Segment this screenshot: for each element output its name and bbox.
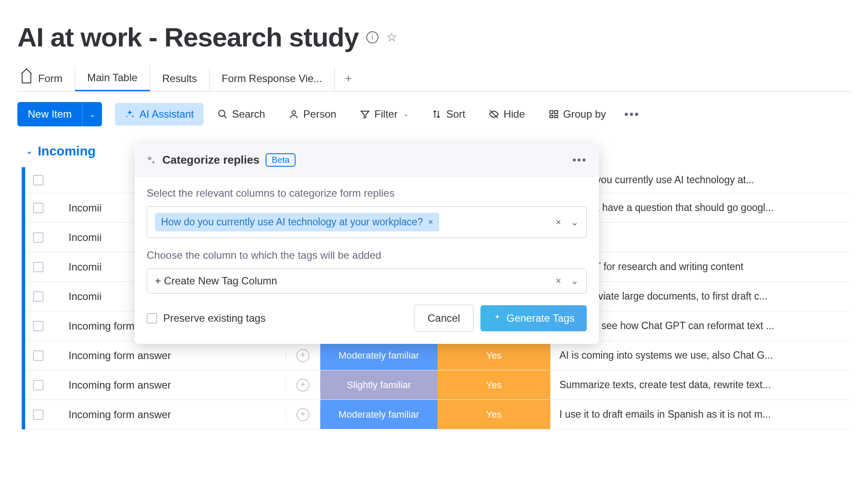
beta-badge: Beta	[266, 153, 296, 167]
new-item-dropdown[interactable]: ⌄	[82, 102, 102, 126]
hide-button[interactable]: Hide	[479, 103, 534, 125]
new-item-button[interactable]: New Item	[17, 102, 82, 126]
group-name: Incoming	[38, 144, 95, 158]
chevron-down-icon[interactable]: ⌄	[571, 275, 579, 287]
group-by-button[interactable]: Group by	[539, 103, 616, 125]
familiarity-cell[interactable]: Slightly familiar	[320, 370, 437, 399]
popover-title: Categorize replies	[162, 153, 260, 167]
svg-rect-6	[550, 115, 553, 118]
popover-more-button[interactable]: •••	[572, 153, 587, 167]
home-icon	[22, 74, 31, 83]
sparkle-icon	[147, 155, 156, 165]
tabs: Form Main Table Results Form Response Vi…	[17, 66, 851, 92]
row-checkbox[interactable]	[33, 232, 43, 243]
columns-select[interactable]: How do you currently use AI technology a…	[147, 206, 587, 238]
svg-point-0	[219, 110, 225, 116]
sparkle-icon	[493, 313, 502, 323]
svg-rect-5	[555, 111, 558, 114]
tab-form-response[interactable]: Form Response Vie...	[210, 66, 335, 91]
svg-line-1	[224, 115, 227, 118]
sparkle-icon	[125, 109, 135, 119]
row-checkbox[interactable]	[33, 380, 43, 390]
filter-button[interactable]: Filter⌄	[350, 103, 418, 125]
cancel-button[interactable]: Cancel	[414, 305, 473, 332]
tab-results[interactable]: Results	[150, 66, 210, 91]
row-checkbox[interactable]	[33, 203, 43, 213]
familiarity-cell[interactable]: Moderately familiar	[320, 341, 437, 370]
search-button[interactable]: Search	[208, 103, 275, 125]
response-text[interactable]: AI is coming into systems we use, also C…	[550, 350, 851, 361]
page-title: AI at work - Research study	[17, 22, 358, 53]
yesno-cell[interactable]: Yes	[437, 370, 550, 399]
response-text[interactable]: Summarize texts, create test data, rewri…	[550, 379, 851, 391]
target-column-label: Choose the column to which the tags will…	[147, 249, 587, 261]
tab-main-table[interactable]: Main Table	[75, 66, 150, 91]
svg-rect-7	[555, 115, 558, 118]
yesno-cell[interactable]: Yes	[437, 400, 550, 429]
row-name[interactable]: Incoming form answer	[51, 409, 286, 421]
selected-column-chip: How do you currently use AI technology a…	[155, 213, 439, 231]
person-icon	[289, 109, 299, 119]
clear-select-icon[interactable]: ×	[556, 217, 561, 228]
more-options-button[interactable]: •••	[620, 107, 644, 121]
filter-icon	[360, 109, 370, 119]
yesno-cell[interactable]: Yes	[437, 341, 550, 370]
row-name[interactable]: Incoming form answer	[51, 350, 286, 362]
familiarity-cell[interactable]: Moderately familiar	[320, 400, 437, 429]
chevron-down-icon[interactable]: ⌄	[571, 217, 579, 228]
sort-icon	[431, 109, 442, 119]
row-checkbox[interactable]	[33, 409, 43, 420]
tab-form[interactable]: Form	[17, 66, 75, 91]
chat-icon[interactable]	[296, 408, 309, 421]
person-button[interactable]: Person	[279, 103, 346, 125]
favorite-icon[interactable]: ☆	[386, 30, 397, 44]
response-text[interactable]: I use it to draft emails in Spanish as i…	[550, 409, 851, 420]
search-icon	[217, 109, 228, 119]
toolbar: New Item ⌄ AI Assistant Search Person Fi…	[17, 102, 851, 126]
svg-rect-4	[550, 111, 553, 114]
table-row[interactable]: Incoming form answerModerately familiarY…	[25, 341, 851, 370]
sort-button[interactable]: Sort	[422, 103, 475, 125]
chip-remove-icon[interactable]: ×	[428, 217, 433, 227]
hide-icon	[489, 109, 499, 119]
select-all-checkbox[interactable]	[33, 175, 43, 185]
create-new-tag-column: + Create New Tag Column	[155, 275, 277, 287]
preserve-tags-option[interactable]: Preserve existing tags	[147, 312, 266, 324]
info-icon[interactable]: i	[366, 31, 378, 43]
add-tab-button[interactable]: +	[335, 66, 362, 91]
table-row[interactable]: Incoming form answerModerately familiarY…	[25, 400, 851, 429]
chevron-down-icon: ⌄	[26, 146, 33, 156]
row-checkbox[interactable]	[33, 350, 43, 361]
ai-assistant-button[interactable]: AI Assistant	[115, 103, 203, 125]
chat-icon[interactable]	[296, 349, 309, 362]
chevron-down-icon: ⌄	[404, 111, 408, 117]
target-column-select[interactable]: + Create New Tag Column × ⌄	[147, 268, 587, 294]
table-row[interactable]: Incoming form answerSlightly familiarYes…	[25, 370, 851, 400]
clear-select-icon[interactable]: ×	[556, 275, 561, 287]
row-name[interactable]: Incoming form answer	[51, 379, 286, 391]
preserve-checkbox[interactable]	[147, 313, 157, 323]
row-checkbox[interactable]	[33, 291, 43, 302]
select-columns-label: Select the relevant columns to categoriz…	[147, 187, 587, 199]
svg-point-2	[292, 111, 296, 114]
generate-tags-button[interactable]: Generate Tags	[480, 305, 587, 331]
group-icon	[549, 109, 559, 119]
row-checkbox[interactable]	[33, 262, 43, 272]
row-checkbox[interactable]	[33, 321, 43, 331]
categorize-popover: Categorize replies Beta ••• Select the r…	[135, 144, 599, 344]
chat-icon[interactable]	[296, 379, 309, 392]
